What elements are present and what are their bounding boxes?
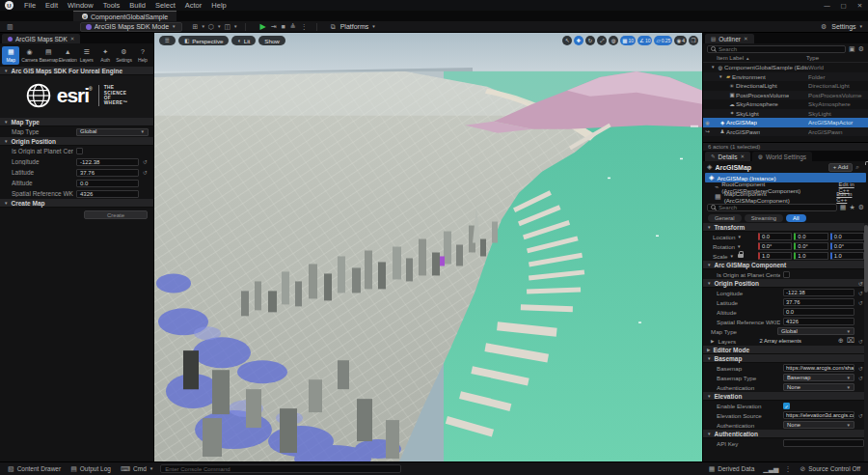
camera-speed-button[interactable]: ◉4 [674,36,687,45]
outliner-row-directionallight[interactable]: ☀ DirectionalLightDirectionalLight [703,81,868,91]
delete-layers-icon[interactable]: ⌧ [847,337,854,345]
outliner-row-skyatmosphere[interactable]: ☁ SkyAtmosphereSkyAtmosphere [703,99,868,109]
menu-actor[interactable]: Actor [180,0,207,11]
add-component-button[interactable]: + Add [828,163,854,172]
mode-help[interactable]: ?Help [134,46,151,65]
wkid-input[interactable]: 4326 [76,190,139,198]
auth-section-header[interactable]: ▼Authentication [703,430,868,438]
latitude-input[interactable]: 37.76 [783,298,854,306]
menu-build[interactable]: Build [124,0,150,11]
derived-data-button[interactable]: ▦ Derived Data [706,465,758,473]
blueprints-icon[interactable]: ⬡ [206,23,216,31]
tab-outliner[interactable]: ▤ Outliner ✕ [705,34,754,43]
quick-add-icon[interactable]: ⊞ [191,23,201,31]
elevation-source-input[interactable]: https://elevation3d.arcgis.com/arcgis/ [783,411,854,419]
scale-x-input[interactable]: 1.0 [758,252,792,260]
display-filter-icon[interactable]: ▦ [840,204,847,211]
console-command-box[interactable] [160,464,401,473]
transform-section-header[interactable]: ▼Transform [703,223,868,232]
basemap-section-header[interactable]: ▼Basemap [703,354,868,363]
kebab-icon[interactable]: ⋮ [784,465,791,473]
content-drawer-button[interactable]: ▧ Content Drawer [5,465,64,473]
altitude-input[interactable]: 0.0 [783,308,854,316]
reset-icon[interactable]: ↺ [142,169,149,176]
maximize-button[interactable]: ▢ [835,2,852,10]
mode-elevation[interactable]: ▲Elevation [59,46,77,65]
close-icon[interactable]: ✕ [70,36,75,42]
planet-center-checkbox[interactable] [783,271,790,278]
rotation-x-input[interactable]: 0.0° [758,242,792,250]
lock-details-icon[interactable] [862,164,864,171]
close-icon[interactable]: ✕ [740,154,745,159]
scale-tool-button[interactable]: ⤢ [597,36,607,45]
stop-button[interactable]: ■ [280,23,287,30]
outliner-settings-gear-icon[interactable]: ⚙ [858,45,864,53]
reset-icon[interactable]: ↺ [857,412,864,419]
rotation-snap-button[interactable]: ∠10 [637,36,653,45]
outliner-search-input[interactable] [719,46,842,52]
menu-select[interactable]: Select [150,0,180,11]
map-type-section-header[interactable]: ▼Map Type [0,118,153,126]
close-button[interactable]: ✕ [852,2,868,10]
maximize-viewport-button[interactable]: ❒ [689,36,698,45]
perspective-button[interactable]: ◧Perspective [178,36,230,45]
source-control-button[interactable]: ⊘ Source Control Off [797,465,863,473]
play-options-kebab-icon[interactable]: ⋮ [299,23,310,31]
mode-layers[interactable]: ☰Layers [78,46,95,65]
frame-skip-button[interactable]: ⇥ [269,23,279,31]
output-log-button[interactable]: ▤ Output Log [68,465,114,473]
filter-general[interactable]: General [708,214,742,222]
scale-lock-icon[interactable] [738,254,744,258]
editor-mode-section-header[interactable]: ▶Editor Mode [703,346,868,354]
wkid-input[interactable]: 4326 [783,318,854,325]
basemap-auth-select[interactable]: None▼ [783,383,854,391]
viewport-menu-button[interactable]: ☰ [159,36,176,45]
browse-icon[interactable]: ⌕ [855,163,859,171]
filter-all[interactable]: All [786,214,805,222]
details-search-input[interactable] [719,205,833,210]
settings-dropdown[interactable]: Settings [831,23,855,30]
mode-settings[interactable]: ⚙Settings [115,46,132,65]
editor-mode-dropdown[interactable]: ArcGIS Maps SDK Mode ▼ [80,22,182,32]
scale-z-input[interactable]: 1.0 [830,252,864,260]
visibility-eye-icon[interactable]: ◉ [703,120,712,126]
mode-map[interactable]: ▦Map [2,46,19,65]
filter-streaming[interactable]: Streaming [745,214,783,222]
outliner-row-environment[interactable]: ▼▰ EnvironmentFolder [703,72,868,82]
reset-icon[interactable]: ↺ [142,158,149,165]
details-scrollbar[interactable] [864,223,868,461]
mode-camera[interactable]: ◉Camera [20,46,38,65]
menu-help[interactable]: Help [206,0,231,11]
rotation-z-input[interactable]: 0.0° [830,242,864,250]
favorites-star-icon[interactable]: ★ [849,204,854,211]
location-y-input[interactable]: 0.0 [794,233,827,240]
outliner-row-postprocessvolume[interactable]: ▣ PostProcessVolumePostProcessVolume [703,91,868,100]
cmd-dropdown[interactable]: ⌨ Cmd ▼ [118,465,156,473]
create-button[interactable]: Create [84,210,148,219]
tab-arcgis-maps-sdk[interactable]: ArcGIS Maps SDK ✕ [2,34,80,43]
cinematics-chevron[interactable]: ▼ [233,24,237,29]
minimize-button[interactable]: — [819,2,835,9]
show-button[interactable]: Show [258,36,285,45]
save-icon[interactable]: ▥ [5,23,15,31]
basemap-type-select[interactable]: Basemap▼ [783,374,854,381]
rotation-y-input[interactable]: 0.0° [794,242,827,250]
origin-position-section-header[interactable]: ▼Origin Position [0,137,153,146]
outliner-row-world[interactable]: ▼◍ ComponentGlobalSample (Editor)World [703,63,868,72]
map-type-select[interactable]: Global▼ [777,327,854,335]
arcgis-component-section-header[interactable]: ▼Arc GISMap Component [703,261,868,269]
grid-snap-button[interactable]: ▦10 [620,36,636,45]
menu-tools[interactable]: Tools [98,0,125,11]
eject-button[interactable]: ≜ [288,23,298,31]
outliner-search[interactable] [707,45,846,53]
level-viewport[interactable]: ☰ ◧Perspective ◐Lit Show ↖ ✚ ↻ ⤢ ◍ ▦10 ∠… [154,33,702,461]
scale-snap-button[interactable]: ▱0.25 [654,36,672,45]
component-row-map[interactable]: ▦ MapComponent (ArcGISMapComponent) Edit… [703,192,868,202]
blueprints-chevron[interactable]: ▼ [217,24,221,29]
quick-add-chevron[interactable]: ▼ [201,24,204,29]
lit-button[interactable]: ◐Lit [231,36,256,45]
latitude-input[interactable]: 37.76 [76,169,139,177]
location-x-input[interactable]: 0.0 [758,233,792,240]
platforms-dropdown[interactable]: ⧉ Platforms ▼ [324,22,381,32]
reset-icon[interactable]: ↺ [857,299,864,306]
